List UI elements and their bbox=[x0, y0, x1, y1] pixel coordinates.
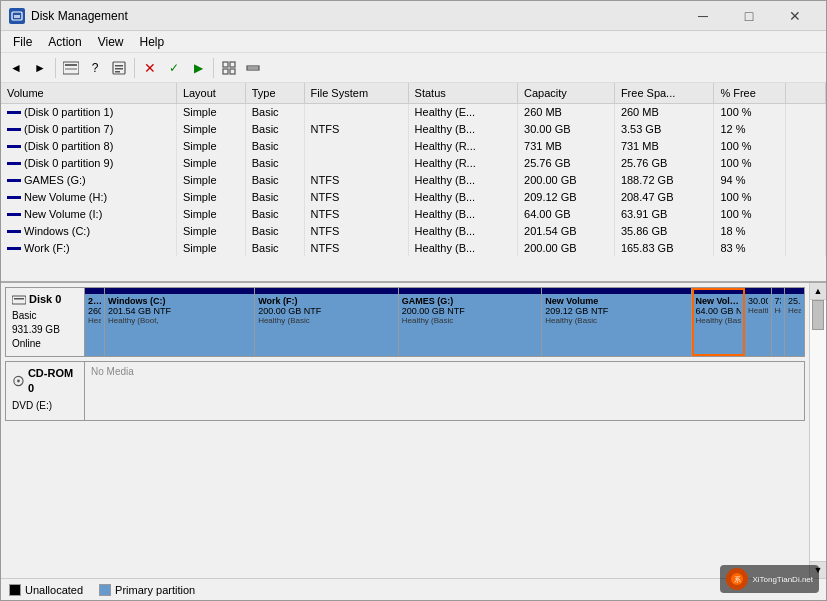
table-row[interactable]: New Volume (I:) Simple Basic NTFS Health… bbox=[1, 205, 826, 222]
disk-view-button[interactable] bbox=[60, 57, 82, 79]
partition-5[interactable]: New Volum 64.00 GB NTF Healthy (Bas bbox=[692, 288, 745, 356]
cell-layout: Simple bbox=[176, 103, 245, 120]
forward-button[interactable]: ► bbox=[29, 57, 51, 79]
col-volume[interactable]: Volume bbox=[1, 83, 176, 103]
cdrom-0-name: CD-ROM 0 bbox=[28, 366, 78, 397]
partition-8[interactable]: 25.76 GB Healthy (Rec bbox=[785, 288, 804, 356]
partition-2[interactable]: Work (F:) 200.00 GB NTF Healthy (Basic bbox=[255, 288, 399, 356]
cell-extra bbox=[786, 205, 826, 222]
table-row[interactable]: (Disk 0 partition 1) Simple Basic Health… bbox=[1, 103, 826, 120]
cell-capacity: 30.00 GB bbox=[518, 120, 615, 137]
menu-file[interactable]: File bbox=[5, 31, 40, 52]
partition-7[interactable]: 731 M Health bbox=[772, 288, 786, 356]
partition-name-5: New Volum bbox=[695, 296, 741, 306]
play-button[interactable]: ▶ bbox=[187, 57, 209, 79]
svg-rect-6 bbox=[115, 65, 123, 67]
cell-free: 63.91 GB bbox=[614, 205, 714, 222]
minimize-button[interactable]: ─ bbox=[680, 1, 726, 31]
collapse-button[interactable] bbox=[242, 57, 264, 79]
cell-layout: Simple bbox=[176, 222, 245, 239]
partition-6[interactable]: 30.00 GB NT Healthy (Ba bbox=[745, 288, 772, 356]
svg-rect-15 bbox=[12, 296, 26, 304]
scroll-up-button[interactable]: ▲ bbox=[810, 283, 826, 300]
toolbar: ◄ ► ? ✕ ✓ ▶ bbox=[1, 53, 826, 83]
col-status[interactable]: Status bbox=[408, 83, 517, 103]
volume-table-area[interactable]: Volume Layout Type File System Status Ca… bbox=[1, 83, 826, 283]
table-row[interactable]: (Disk 0 partition 7) Simple Basic NTFS H… bbox=[1, 120, 826, 137]
cell-capacity: 200.00 GB bbox=[518, 239, 615, 256]
svg-rect-9 bbox=[223, 62, 228, 67]
cell-free: 25.76 GB bbox=[614, 154, 714, 171]
table-row[interactable]: Windows (C:) Simple Basic NTFS Healthy (… bbox=[1, 222, 826, 239]
menu-help[interactable]: Help bbox=[132, 31, 173, 52]
table-row[interactable]: New Volume (H:) Simple Basic NTFS Health… bbox=[1, 188, 826, 205]
svg-rect-7 bbox=[115, 68, 123, 70]
disk-view[interactable]: Disk 0 Basic 931.39 GB Online 260 M 260 … bbox=[1, 283, 809, 578]
cell-type: Basic bbox=[245, 239, 304, 256]
cell-free: 731 MB bbox=[614, 137, 714, 154]
col-pct[interactable]: % Free bbox=[714, 83, 786, 103]
cell-type: Basic bbox=[245, 154, 304, 171]
partition-0[interactable]: 260 M 260 M Heal bbox=[85, 288, 105, 356]
partition-4[interactable]: New Volume 209.12 GB NTF Healthy (Basic bbox=[542, 288, 692, 356]
properties-button[interactable] bbox=[108, 57, 130, 79]
cdrom-0-type: DVD (E:) bbox=[12, 399, 78, 413]
partition-size-5: 64.00 GB NTF bbox=[695, 306, 741, 316]
partition-status-4: Healthy (Basic bbox=[545, 316, 688, 325]
col-type[interactable]: Type bbox=[245, 83, 304, 103]
cell-capacity: 260 MB bbox=[518, 103, 615, 120]
scroll-track[interactable] bbox=[810, 300, 826, 561]
scroll-thumb[interactable] bbox=[812, 300, 824, 330]
table-row[interactable]: (Disk 0 partition 9) Simple Basic Health… bbox=[1, 154, 826, 171]
table-row[interactable]: Work (F:) Simple Basic NTFS Healthy (B..… bbox=[1, 239, 826, 256]
partition-3[interactable]: GAMES (G:) 200.00 GB NTF Healthy (Basic bbox=[399, 288, 543, 356]
cell-capacity: 200.00 GB bbox=[518, 171, 615, 188]
cell-pct: 100 % bbox=[714, 137, 786, 154]
cell-volume: (Disk 0 partition 8) bbox=[1, 137, 176, 154]
svg-rect-10 bbox=[230, 62, 235, 67]
cell-type: Basic bbox=[245, 171, 304, 188]
col-free[interactable]: Free Spa... bbox=[614, 83, 714, 103]
back-button[interactable]: ◄ bbox=[5, 57, 27, 79]
check-button[interactable]: ✓ bbox=[163, 57, 185, 79]
col-extra[interactable] bbox=[786, 83, 826, 103]
cell-capacity: 731 MB bbox=[518, 137, 615, 154]
legend-primary-box bbox=[99, 584, 111, 596]
app-icon bbox=[9, 8, 25, 24]
table-row[interactable]: GAMES (G:) Simple Basic NTFS Healthy (B.… bbox=[1, 171, 826, 188]
cell-pct: 12 % bbox=[714, 120, 786, 137]
scrollbar[interactable]: ▲ ▼ bbox=[809, 283, 826, 578]
menu-view[interactable]: View bbox=[90, 31, 132, 52]
cell-volume: (Disk 0 partition 9) bbox=[1, 154, 176, 171]
table-row[interactable]: (Disk 0 partition 8) Simple Basic Health… bbox=[1, 137, 826, 154]
cdrom-0-row: CD-ROM 0 DVD (E:) No Media bbox=[5, 361, 805, 421]
menu-action[interactable]: Action bbox=[40, 31, 89, 52]
partition-name-0: 260 M bbox=[88, 296, 101, 306]
svg-rect-1 bbox=[14, 15, 20, 18]
close-button[interactable]: ✕ bbox=[772, 1, 818, 31]
maximize-button[interactable]: □ bbox=[726, 1, 772, 31]
cell-volume: GAMES (G:) bbox=[1, 171, 176, 188]
cell-status: Healthy (B... bbox=[408, 205, 517, 222]
svg-rect-12 bbox=[230, 69, 235, 74]
partition-status-2: Healthy (Basic bbox=[258, 316, 395, 325]
watermark: 系 XiTongTianDi.net bbox=[720, 565, 819, 593]
cell-extra bbox=[786, 188, 826, 205]
cell-free: 165.83 GB bbox=[614, 239, 714, 256]
separator-2 bbox=[134, 58, 135, 78]
cell-free: 260 MB bbox=[614, 103, 714, 120]
col-capacity[interactable]: Capacity bbox=[518, 83, 615, 103]
cell-extra bbox=[786, 120, 826, 137]
help-button[interactable]: ? bbox=[84, 57, 106, 79]
expand-button[interactable] bbox=[218, 57, 240, 79]
cell-layout: Simple bbox=[176, 137, 245, 154]
col-layout[interactable]: Layout bbox=[176, 83, 245, 103]
partition-header-5 bbox=[692, 288, 744, 294]
delete-button[interactable]: ✕ bbox=[139, 57, 161, 79]
cell-layout: Simple bbox=[176, 171, 245, 188]
window-title: Disk Management bbox=[31, 9, 680, 23]
partition-1[interactable]: Windows (C:) 201.54 GB NTF Healthy (Boot… bbox=[105, 288, 255, 356]
disk-0-label: Disk 0 Basic 931.39 GB Online bbox=[5, 287, 85, 357]
col-filesystem[interactable]: File System bbox=[304, 83, 408, 103]
titlebar: Disk Management ─ □ ✕ bbox=[1, 1, 826, 31]
